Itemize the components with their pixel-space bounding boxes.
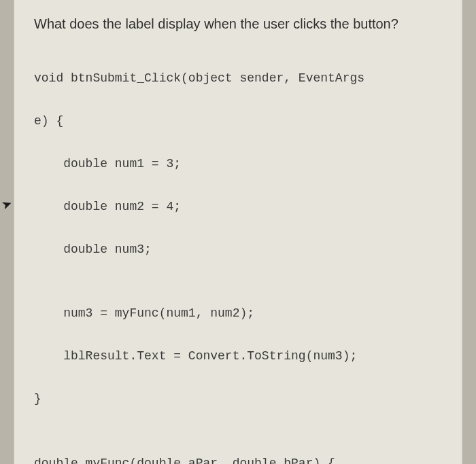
cursor-icon: ➤ [0, 196, 14, 213]
code-block: void btnSubmit_Click(object sender, Even… [34, 46, 442, 464]
code-line: num3 = myFunc(num1, num2); [34, 303, 442, 325]
code-line: double num3; [34, 239, 442, 261]
code-line: double num1 = 3; [34, 154, 442, 175]
question-page: What does the label display when the use… [14, 0, 462, 464]
code-line: e) { [34, 111, 442, 132]
code-line: lblResult.Text = Convert.ToString(num3); [34, 346, 442, 368]
code-line: } [34, 389, 442, 410]
code-line: void btnSubmit_Click(object sender, Even… [34, 68, 442, 90]
code-line: double num2 = 4; [34, 196, 442, 218]
code-line: double myFunc(double aPar, double bPar) … [34, 453, 442, 465]
question-text: What does the label display when the use… [34, 14, 442, 34]
